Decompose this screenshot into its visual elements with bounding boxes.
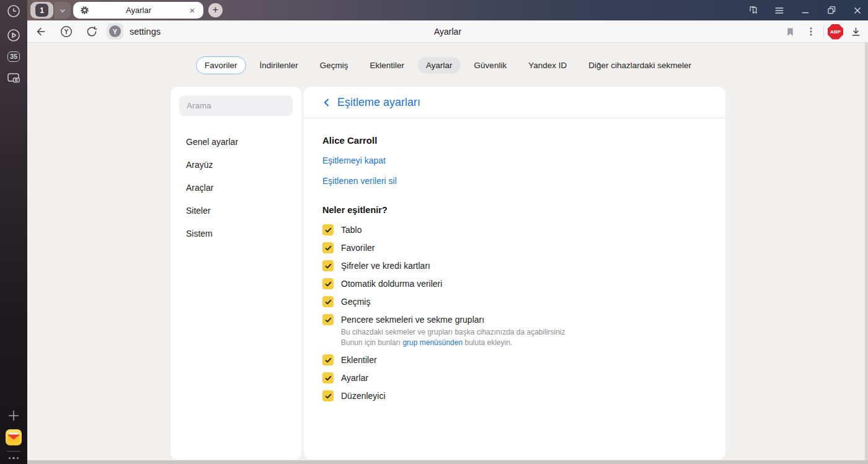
screenshot-tool-icon[interactable] xyxy=(6,70,22,86)
rail-more-icon[interactable] xyxy=(9,457,19,460)
active-tab[interactable]: Ayarlar × xyxy=(73,2,203,19)
tab-groups-note: Bu cihazdaki sekmeler ve grupları başka … xyxy=(341,327,565,348)
nav-tab-yandex-id[interactable]: Yandex ID xyxy=(520,57,575,74)
settings-nav-card: Genel ayarlar Arayüz Araçlar Siteler Sis… xyxy=(170,87,301,460)
sync-settings-card: Eşitleme ayarları Alice Carroll Eşitleme… xyxy=(304,87,725,460)
url-bar[interactable]: Y settings xyxy=(107,23,161,40)
new-tab-button[interactable]: + xyxy=(208,3,223,17)
settings-search-input[interactable] xyxy=(179,95,293,116)
refresh-icon[interactable] xyxy=(83,23,100,40)
tab-close-icon[interactable]: × xyxy=(187,5,197,15)
bookmark-flag-icon[interactable] xyxy=(781,23,799,40)
nav-tab-ayarlar[interactable]: Ayarlar xyxy=(418,57,461,74)
window-bottom-edge xyxy=(27,460,868,464)
side-panel-icon[interactable] xyxy=(748,5,759,16)
settings-nav-araclar[interactable]: Araçlar xyxy=(179,180,293,195)
nav-tab-diger-cihazlar[interactable]: Diğer cihazlardaki sekmeler xyxy=(580,57,699,74)
yandex-mail-icon[interactable] xyxy=(6,429,22,445)
checkbox-checked-icon[interactable] xyxy=(322,278,334,289)
group-menu-link[interactable]: grup menüsünden xyxy=(402,338,463,347)
checkbox-checked-icon[interactable] xyxy=(322,260,334,271)
delete-synced-data-link[interactable]: Eşitlenen verileri sil xyxy=(322,176,397,186)
settings-nav-genel-ayarlar[interactable]: Genel ayarlar xyxy=(179,134,293,149)
nav-tab-favoriler[interactable]: Favoriler xyxy=(196,56,246,74)
url-text[interactable]: settings xyxy=(130,27,161,37)
settings-top-nav: Favoriler İndirilenler Geçmiş Eklentiler… xyxy=(27,56,868,74)
browser-side-rail: 35 xyxy=(0,0,27,464)
history-clock-icon[interactable] xyxy=(6,3,22,19)
tab-group-count: 1 xyxy=(35,4,48,17)
tab-title: Ayarlar xyxy=(90,6,187,15)
tab-group-button[interactable]: 1 xyxy=(30,2,53,19)
nav-tab-gecmis[interactable]: Geçmiş xyxy=(312,57,356,74)
sync-settings-header[interactable]: Eşitleme ayarları xyxy=(304,87,725,118)
turn-off-sync-link[interactable]: Eşitlemeyi kapat xyxy=(322,155,386,165)
gear-icon xyxy=(79,5,90,15)
checkbox-checked-icon[interactable] xyxy=(322,224,334,235)
sync-item-ayarlar: Ayarlar xyxy=(322,372,707,383)
nav-tab-eklentiler[interactable]: Eklentiler xyxy=(362,57,413,74)
checkbox-checked-icon[interactable] xyxy=(322,390,334,401)
sync-item-gecmis: Geçmiş xyxy=(322,296,707,307)
window-restore-icon[interactable] xyxy=(826,5,837,16)
sync-items-list: Tablo Favoriler Şifreler ve kredi kartla… xyxy=(322,224,707,401)
tab-bar: 1 Ayarlar × + xyxy=(27,0,868,20)
add-panel-icon[interactable] xyxy=(6,408,22,424)
window-right-edge xyxy=(865,43,868,460)
more-options-dots-icon[interactable] xyxy=(802,23,820,40)
settings-nav-arayuz[interactable]: Arayüz xyxy=(179,157,293,172)
adblock-plus-icon[interactable]: ABP xyxy=(828,24,843,40)
checkbox-checked-icon[interactable] xyxy=(322,354,334,366)
tab-group-chevron-icon[interactable] xyxy=(55,2,71,19)
toolbar-separator xyxy=(823,25,824,38)
sync-item-pencere-sekmeleri: Pencere sekmeleri ve sekme grupları Bu c… xyxy=(322,314,707,348)
sync-item-sifreler: Şifreler ve kredi kartları xyxy=(322,260,707,271)
nav-tab-indirilenler[interactable]: İndirilenler xyxy=(252,57,306,74)
menu-hamburger-icon[interactable] xyxy=(774,5,785,16)
window-close-icon[interactable] xyxy=(852,5,863,16)
tab-count-badge[interactable]: 35 xyxy=(7,51,20,62)
settings-page: Favoriler İndirilenler Geçmiş Eklentiler… xyxy=(27,43,868,464)
downloads-icon[interactable] xyxy=(847,23,864,40)
address-toolbar: Y settings Ayarlar ABP xyxy=(27,20,868,43)
settings-nav-siteler[interactable]: Siteler xyxy=(179,203,293,218)
checkbox-checked-icon[interactable] xyxy=(322,314,334,325)
site-favicon: Y xyxy=(107,23,123,40)
checkbox-checked-icon[interactable] xyxy=(322,296,334,307)
sync-item-eklentiler: Eklentiler xyxy=(322,354,707,366)
yandex-button-icon[interactable] xyxy=(58,23,75,40)
settings-nav-sistem[interactable]: Sistem xyxy=(179,226,293,241)
sync-settings-title: Eşitleme ayarları xyxy=(337,96,420,109)
sync-item-otomatik-doldurma: Otomatik doldurma verileri xyxy=(322,278,707,289)
sync-item-duzenleyici: Düzenleyici xyxy=(322,390,707,401)
nav-tab-guvenlik[interactable]: Güvenlik xyxy=(466,57,515,74)
checkbox-checked-icon[interactable] xyxy=(322,242,334,253)
back-arrow-icon[interactable] xyxy=(32,23,50,40)
checkbox-checked-icon[interactable] xyxy=(322,372,334,383)
sync-item-tablo: Tablo xyxy=(322,224,707,235)
back-chevron-icon[interactable] xyxy=(322,98,330,107)
play-media-icon[interactable] xyxy=(6,27,22,43)
account-name: Alice Carroll xyxy=(322,135,707,146)
rail-divider xyxy=(7,451,20,452)
window-minimize-icon[interactable] xyxy=(800,5,811,16)
sync-item-favoriler: Favoriler xyxy=(322,242,707,253)
what-syncs-title: Neler eşitlenir? xyxy=(322,205,707,215)
